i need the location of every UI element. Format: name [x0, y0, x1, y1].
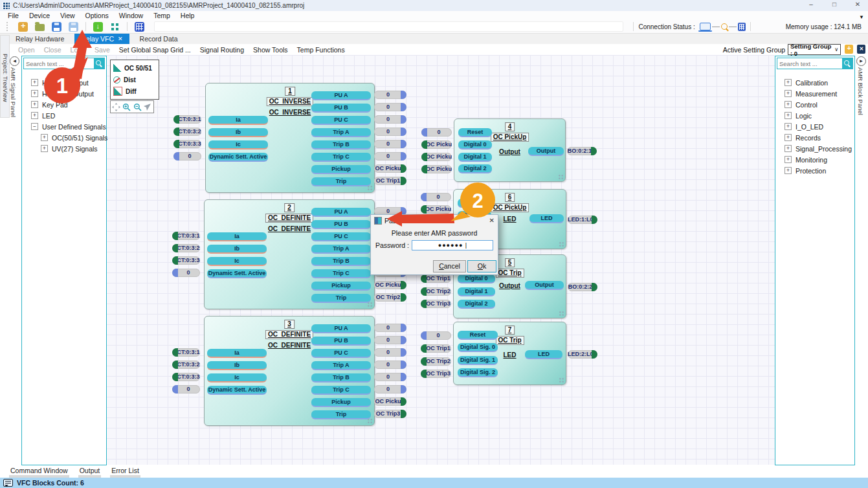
- zoom-in-icon[interactable]: [122, 103, 131, 111]
- block-output-trip-a[interactable]: Trip A: [311, 245, 371, 254]
- tree-expand-icon[interactable]: +: [31, 79, 38, 86]
- pin-oc-trip3[interactable]: OC Trip3: [421, 300, 451, 308]
- command-show-tools[interactable]: Show Tools: [253, 46, 288, 54]
- pin-0[interactable]: 0: [374, 336, 406, 344]
- block-input-digital-0[interactable]: Digital 0: [458, 274, 495, 283]
- block-output-pu-c[interactable]: PU C: [311, 116, 371, 125]
- pin-oc-picku[interactable]: OC Picku: [421, 153, 452, 161]
- block-input-digital-2[interactable]: Digital 2: [458, 300, 495, 309]
- pin-oc-picku[interactable]: OC Picku: [421, 140, 452, 149]
- block-tree-item-records[interactable]: +Records: [785, 132, 854, 143]
- pin-0[interactable]: 0: [374, 385, 406, 394]
- block-output-pickup[interactable]: Pickup: [311, 165, 371, 174]
- pin-oc-picku[interactable]: OC Picku: [421, 165, 452, 173]
- pin-ct-0-3-1[interactable]: CT:0:3:1: [172, 348, 200, 357]
- block-tree-item-monitoring[interactable]: +Monitoring: [785, 154, 854, 165]
- pin-oc-trip2[interactable]: OC Trip2: [374, 293, 406, 302]
- block-input-reset[interactable]: Reset: [458, 128, 492, 137]
- block-tree-item-i-o-led[interactable]: +I_O_LED: [785, 121, 854, 132]
- pin-0[interactable]: 0: [374, 128, 406, 136]
- block-input-digital-1[interactable]: Digital 1: [458, 153, 492, 162]
- pin-0[interactable]: 0: [173, 152, 201, 161]
- pin-oc-picku[interactable]: OC Picku: [374, 281, 406, 289]
- write-to-device-icon[interactable]: [93, 22, 103, 32]
- delete-setting-group-icon[interactable]: [857, 45, 865, 54]
- pin-0[interactable]: 0: [374, 91, 406, 99]
- pointer-icon[interactable]: [144, 103, 152, 111]
- vfc-block-7[interactable]: 7OC TripLEDResetDigital Sig. 0Digital Si…: [453, 322, 566, 385]
- pin-ct-0-3-1[interactable]: CT:0:3:1: [173, 115, 201, 124]
- bottom-tab-output[interactable]: Output: [78, 467, 102, 478]
- block-output-pu-b[interactable]: PU B: [311, 220, 371, 229]
- tree-expand-icon[interactable]: +: [785, 101, 792, 108]
- block-tree-item-logic[interactable]: +Logic: [785, 110, 854, 121]
- menu-file[interactable]: File: [3, 12, 24, 19]
- cancel-button[interactable]: Cancel: [433, 260, 466, 272]
- save-device-icon[interactable]: [135, 22, 144, 32]
- vfc-block-4[interactable]: 4OC PickUpOutputResetDigital 0Digital 1D…: [454, 118, 566, 182]
- pin-bo-0-2-1[interactable]: BO:0:2:1: [567, 147, 597, 155]
- block-output-pu-a[interactable]: PU A: [311, 91, 371, 100]
- dialog-title-bar[interactable]: Password: [371, 215, 498, 226]
- palette-item-oc-50-51[interactable]: OC 50/51: [113, 62, 156, 74]
- block-output-pu-b[interactable]: PU B: [311, 337, 371, 346]
- block-output-pu-c[interactable]: PU C: [311, 232, 371, 241]
- command-temp-functions[interactable]: Temp Functions: [297, 46, 345, 54]
- block-output-trip-a[interactable]: Trip A: [311, 361, 371, 370]
- block-output-pu-a[interactable]: PU A: [311, 208, 371, 217]
- block-input-digital-sig-0[interactable]: Digital Sig. 0: [458, 343, 498, 352]
- block-input-ib[interactable]: Ib: [207, 361, 267, 370]
- block-type-label[interactable]: OC_DEFINITE: [265, 214, 313, 223]
- open-project-icon[interactable]: [35, 24, 45, 31]
- tree-expand-icon[interactable]: +: [785, 134, 792, 141]
- menu-device[interactable]: Device: [24, 12, 55, 19]
- pin-oc-picku[interactable]: OC Picku: [421, 205, 451, 214]
- tree-expand-icon[interactable]: −: [31, 123, 38, 130]
- pin-ct-0-3-1[interactable]: CT:0:3:1: [172, 232, 200, 240]
- pin-oc-trip3[interactable]: OC Trip3: [374, 410, 406, 418]
- bottom-tab-command-window[interactable]: Command Window: [9, 467, 69, 478]
- block-tree-item-measurement[interactable]: +Measurement: [785, 88, 854, 99]
- tree-expand-icon[interactable]: +: [785, 123, 792, 130]
- pin-0[interactable]: 0: [374, 103, 406, 111]
- signal-tree-item-hardware-input[interactable]: +Hardware Input: [31, 77, 106, 88]
- block-tree-item-calibration[interactable]: +Calibration: [785, 77, 854, 88]
- new-project-icon[interactable]: [18, 22, 28, 32]
- block-input-ia[interactable]: Ia: [207, 349, 267, 358]
- tabstrip-menu-icon[interactable]: ▼: [859, 14, 864, 20]
- password-input[interactable]: ●●●●●●: [412, 240, 493, 250]
- block-output-trip-b[interactable]: Trip B: [311, 257, 371, 266]
- tree-expand-icon[interactable]: +: [785, 112, 792, 119]
- pin-ct-0-3-2[interactable]: CT:0:3:2: [173, 128, 201, 136]
- block-output-trip[interactable]: Trip: [311, 177, 371, 186]
- block-input-reset[interactable]: Reset: [458, 331, 498, 340]
- collapse-right-panel-button[interactable]: ▶: [856, 56, 866, 66]
- block-output-pu-c[interactable]: PU C: [311, 349, 371, 358]
- search-icon[interactable]: [94, 58, 104, 69]
- pin-ct-0-3-3[interactable]: CT:0:3:3: [173, 140, 201, 148]
- block-input-ic[interactable]: Ic: [207, 373, 267, 383]
- search-icon[interactable]: [842, 58, 852, 69]
- block-type-label[interactable]: OC Trip: [495, 269, 524, 278]
- tab-record-data[interactable]: Record Data: [133, 34, 184, 44]
- pin-0[interactable]: 0: [421, 193, 451, 201]
- block-output-led[interactable]: LED: [525, 350, 562, 359]
- block-output-trip[interactable]: Trip: [311, 294, 371, 303]
- block-input-ib[interactable]: Ib: [207, 245, 267, 254]
- block-output-pu-b[interactable]: PU B: [311, 104, 371, 113]
- block-input-ic[interactable]: Ic: [207, 257, 267, 266]
- pin-oc-trip1[interactable]: OC Trip1: [421, 274, 451, 283]
- pin-0[interactable]: 0: [172, 385, 200, 394]
- block-input-ib[interactable]: Ib: [208, 128, 268, 137]
- block-input-digital-2[interactable]: Digital 2: [458, 164, 492, 173]
- pin-ct-0-3-3[interactable]: CT:0:3:3: [172, 256, 200, 265]
- block-output-pu-a[interactable]: PU A: [311, 324, 371, 333]
- block-input-ic[interactable]: Ic: [208, 140, 268, 150]
- tab-relay-vfc[interactable]: Relay VFC✕: [74, 34, 129, 44]
- block-tree-item-control[interactable]: +Control: [785, 99, 854, 110]
- pin-led-1-l0[interactable]: LED:1:L0: [568, 216, 597, 224]
- block-output-output[interactable]: Output: [528, 147, 564, 156]
- signal-tree-item-user-defined-signals[interactable]: −User Defined Signals: [31, 121, 106, 132]
- tree-expand-icon[interactable]: +: [31, 101, 38, 108]
- signal-tree-item-key-pad[interactable]: +Key Pad: [31, 99, 106, 110]
